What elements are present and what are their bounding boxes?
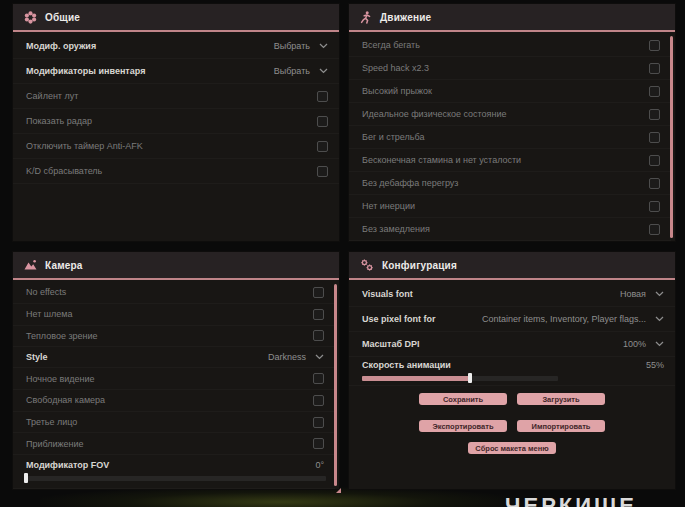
row-label: No effects bbox=[26, 287, 66, 297]
night-vision-checkbox[interactable] bbox=[313, 373, 324, 384]
speed-hack-checkbox[interactable] bbox=[649, 63, 660, 74]
panel-title: Общие bbox=[45, 12, 80, 23]
row-speed-hack: Speed hack x2.3 bbox=[349, 57, 671, 80]
silent-loot-checkbox[interactable] bbox=[317, 91, 328, 102]
movement-scrollbar[interactable] bbox=[670, 36, 673, 238]
game-background-glow bbox=[40, 487, 520, 507]
panel-header-movement[interactable]: Движение bbox=[349, 4, 675, 32]
background-location-text: ЧЕРКИШЕ bbox=[505, 493, 637, 507]
row-label: Идеальное физическое состояние bbox=[362, 109, 507, 119]
row-fov-modifier: Модификатор FOV 0° bbox=[13, 455, 335, 489]
animation-speed-slider[interactable] bbox=[362, 373, 558, 383]
panel-header-config[interactable]: Конфигурация bbox=[349, 252, 675, 280]
row-label: Visuals font bbox=[362, 289, 413, 299]
anti-afk-checkbox[interactable] bbox=[317, 141, 328, 152]
high-jump-checkbox[interactable] bbox=[649, 86, 660, 97]
run-and-shoot-checkbox[interactable] bbox=[649, 132, 660, 143]
row-no-slowdown: Без замедления bbox=[349, 218, 671, 241]
thermal-vision-checkbox[interactable] bbox=[313, 330, 324, 341]
photo-icon bbox=[24, 259, 37, 271]
row-label: Тепловое зрение bbox=[26, 331, 98, 341]
row-label: Style bbox=[26, 352, 48, 362]
row-perfect-condition: Идеальное физическое состояние bbox=[349, 103, 671, 126]
row-animation-speed: Скорость анимации 55% bbox=[349, 357, 675, 386]
fov-slider-handle[interactable] bbox=[24, 473, 28, 483]
row-infinite-stamina: Бесконечная стамина и нет усталости bbox=[349, 149, 671, 172]
chevron-down-icon bbox=[315, 354, 324, 360]
no-inertia-checkbox[interactable] bbox=[649, 201, 660, 212]
row-label: Модиф. оружия bbox=[26, 41, 96, 51]
row-no-helmet: Нет шлема bbox=[13, 304, 335, 326]
show-radar-checkbox[interactable] bbox=[317, 116, 328, 127]
animation-speed-slider-handle[interactable] bbox=[468, 373, 472, 383]
chevron-down-icon bbox=[655, 316, 664, 322]
no-slowdown-checkbox[interactable] bbox=[649, 224, 660, 235]
row-label: Ночное видение bbox=[26, 374, 95, 384]
row-label: Без замедления bbox=[362, 224, 430, 234]
third-person-checkbox[interactable] bbox=[313, 417, 324, 428]
config-buttons: Сохранить Загрузить Экспортировать Импор… bbox=[349, 393, 675, 454]
fov-value: 0° bbox=[315, 460, 324, 470]
dpi-scale-dropdown[interactable]: 100% bbox=[623, 339, 664, 349]
gears-icon bbox=[360, 259, 374, 272]
row-inventory-mods: Модификаторы инвентаря Выбрать bbox=[13, 59, 339, 84]
no-effects-checkbox[interactable] bbox=[313, 287, 324, 298]
row-show-radar: Показать радар bbox=[13, 109, 339, 134]
style-dropdown[interactable]: Darkness bbox=[268, 352, 324, 362]
mod-menu-overlay: ЧЕРКИШЕ Общие Модиф. оружия Выбрать Моди… bbox=[0, 0, 685, 507]
free-camera-checkbox[interactable] bbox=[313, 395, 324, 406]
camera-scrollbar[interactable] bbox=[334, 284, 337, 486]
infinite-stamina-checkbox[interactable] bbox=[649, 155, 660, 166]
row-thermal-vision: Тепловое зрение bbox=[13, 326, 335, 348]
camera-panel-resize-handle[interactable] bbox=[336, 488, 341, 493]
perfect-condition-checkbox[interactable] bbox=[649, 109, 660, 120]
pixel-font-dropdown[interactable]: Container items, Inventory, Player flags… bbox=[482, 314, 664, 324]
row-no-inertia: Нет инерции bbox=[349, 195, 671, 218]
export-button[interactable]: Экспортировать bbox=[419, 420, 507, 432]
visuals-font-dropdown[interactable]: Новая bbox=[620, 289, 664, 299]
weapon-mod-dropdown[interactable]: Выбрать bbox=[274, 41, 328, 51]
row-label: Модификатор FOV bbox=[26, 460, 109, 470]
row-run-and-shoot: Бег и стрельба bbox=[349, 126, 671, 149]
chevron-down-icon bbox=[319, 43, 328, 49]
row-label: Высокий прыжок bbox=[362, 86, 432, 96]
row-style: Style Darkness bbox=[13, 347, 335, 368]
save-button[interactable]: Сохранить bbox=[419, 393, 507, 405]
row-label: Отключить таймер Anti-AFK bbox=[26, 141, 143, 151]
load-button[interactable]: Загрузить bbox=[517, 393, 605, 405]
panel-header-general[interactable]: Общие bbox=[13, 4, 339, 32]
panel-title: Камера bbox=[45, 260, 83, 271]
flower-icon bbox=[24, 11, 37, 24]
panel-title: Конфигурация bbox=[382, 260, 457, 271]
row-no-effects: No effects bbox=[13, 282, 335, 304]
zoom-checkbox[interactable] bbox=[313, 438, 324, 449]
chevron-down-icon bbox=[655, 291, 664, 297]
no-overload-debuff-checkbox[interactable] bbox=[649, 178, 660, 189]
chevron-down-icon bbox=[319, 68, 328, 74]
row-free-camera: Свободная камера bbox=[13, 390, 335, 412]
inventory-mods-dropdown[interactable]: Выбрать bbox=[274, 66, 328, 76]
row-label: Сайлент лут bbox=[26, 91, 78, 101]
panel-header-camera[interactable]: Камера bbox=[13, 252, 339, 280]
animation-speed-value: 55% bbox=[646, 360, 664, 370]
row-anti-afk: Отключить таймер Anti-AFK bbox=[13, 134, 339, 159]
kd-reset-checkbox[interactable] bbox=[317, 166, 328, 177]
row-label: Бег и стрельба bbox=[362, 132, 424, 142]
row-label: Нет шлема bbox=[26, 309, 73, 319]
row-label: Модификаторы инвентаря bbox=[26, 66, 145, 76]
row-label: Третье лицо bbox=[26, 417, 77, 427]
reset-menu-layout-button[interactable]: Сброс макета меню bbox=[468, 442, 556, 454]
runner-icon bbox=[360, 11, 372, 24]
row-label: Приближение bbox=[26, 439, 84, 449]
row-label: Масштаб DPI bbox=[362, 339, 420, 349]
fov-slider[interactable] bbox=[26, 473, 326, 483]
row-label: Без дебаффа перегруз bbox=[362, 178, 458, 188]
chevron-down-icon bbox=[655, 341, 664, 347]
no-helmet-checkbox[interactable] bbox=[313, 309, 324, 320]
row-label: Скорость анимации bbox=[362, 360, 451, 370]
row-pixel-font: Use pixel font for Container items, Inve… bbox=[349, 307, 675, 332]
always-run-checkbox[interactable] bbox=[649, 40, 660, 51]
row-high-jump: Высокий прыжок bbox=[349, 80, 671, 103]
import-button[interactable]: Импортировать bbox=[517, 420, 605, 432]
row-label: Бесконечная стамина и нет усталости bbox=[362, 155, 521, 165]
